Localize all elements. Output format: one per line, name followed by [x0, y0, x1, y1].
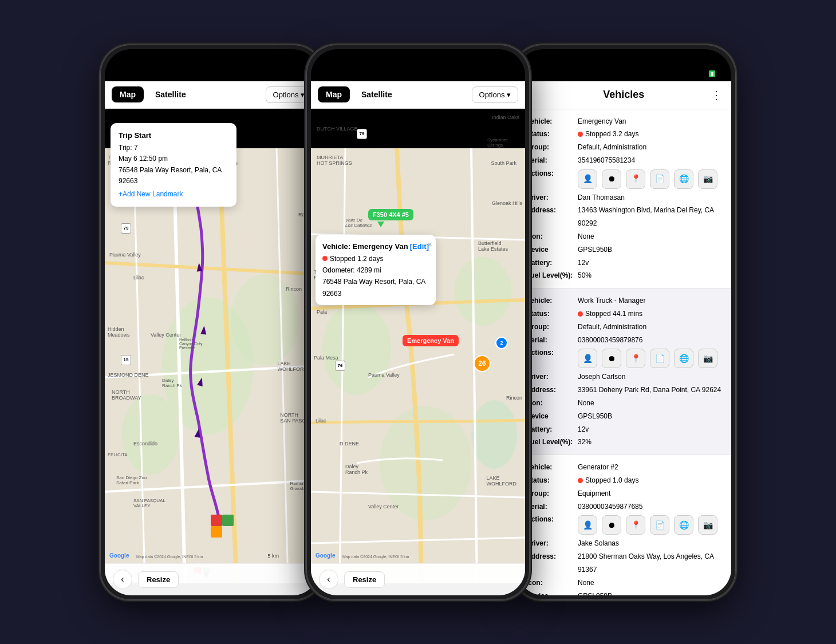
- vc-serial-label-2: Serial:: [526, 500, 578, 513]
- vehicles-list: Vehicle: Emergency Van Status: Stopped 3…: [517, 109, 731, 595]
- label-lake-wohlford-2: LAKEWOHLFORD: [487, 475, 517, 487]
- back-btn-1[interactable]: ‹: [113, 570, 132, 589]
- popup-close[interactable]: ×: [428, 238, 432, 252]
- vehicles-menu-dots[interactable]: ⋮: [711, 88, 722, 102]
- action-camera-0[interactable]: 📷: [698, 169, 717, 189]
- action-globe-2[interactable]: 🌐: [674, 515, 693, 535]
- status-text-1: Stopped 44.1 mins: [585, 307, 642, 321]
- vc-status-label-0: Status:: [526, 128, 578, 141]
- vc-address-value-1: 33961 Doheny Park Rd, Dana Point, CA 926…: [578, 384, 722, 397]
- vc-group-label-1: Group:: [526, 321, 578, 334]
- vc-icon-value-0: None: [578, 230, 722, 243]
- action-camera-1[interactable]: 📷: [698, 349, 717, 368]
- action-pin-2[interactable]: 📍: [626, 515, 645, 535]
- action-record-0[interactable]: ⏺: [602, 169, 621, 189]
- popup-edit-link[interactable]: [Edit]: [410, 240, 429, 253]
- map-tab-2[interactable]: Map: [318, 86, 350, 102]
- label-pauma-2: Pauma Valley: [368, 372, 400, 378]
- action-doc-1[interactable]: 📄: [650, 349, 669, 368]
- action-record-2[interactable]: ⏺: [602, 515, 621, 535]
- resize-btn-1[interactable]: Resize: [138, 571, 179, 588]
- trip-address: 76548 Pala Way Resort, Pala, CA 92663: [119, 165, 228, 187]
- action-person-2[interactable]: 👤: [578, 515, 597, 535]
- wifi-icon-2: ▲: [495, 70, 502, 78]
- resize-btn-2[interactable]: Resize: [344, 571, 385, 588]
- options-btn-1[interactable]: Options ▾: [266, 86, 312, 103]
- vc-vehicle-label-2: Vehicle:: [526, 461, 578, 474]
- action-record-1[interactable]: ⏺: [602, 349, 621, 368]
- vc-actions-icons-0: 👤 ⏺ 📍 📄 🌐 📷: [578, 169, 717, 189]
- vc-actions-row-1: Actions: 👤 ⏺ 📍 📄 🌐 📷: [526, 346, 722, 370]
- f350-badge[interactable]: F350 4X4 #5: [368, 209, 413, 220]
- notch-1: [178, 56, 246, 76]
- vc-group-value-1: Default, Administration: [578, 321, 722, 334]
- vc-actions-row-0: Actions: 👤 ⏺ 📍 📄 🌐 📷: [526, 167, 722, 191]
- svg-rect-16: [211, 515, 222, 526]
- label-south-park: South Park: [491, 160, 516, 166]
- vc-icon-row-2: Icon: None: [526, 576, 722, 590]
- action-globe-0[interactable]: 🌐: [674, 169, 693, 189]
- label-valley-center-2: Valley Center: [368, 504, 399, 509]
- label-rincon: Rincon: [286, 286, 302, 292]
- action-person-1[interactable]: 👤: [578, 349, 597, 368]
- vc-device-row-0: Device GPSL950B: [526, 243, 722, 256]
- vc-serial-value-0: 354196075581234: [578, 154, 722, 167]
- svg-point-20: [322, 303, 391, 394]
- popup-address: 76548 Pala Way Resort, Pala, CA 92663: [322, 276, 429, 299]
- google-logo-2: Google: [316, 552, 335, 559]
- label-dutch-village: DUTCH VILLAGE: [317, 126, 358, 132]
- vc-address-row-2: Address: 21800 Sherman Oaks Way, Los Ang…: [526, 550, 722, 576]
- vc-group-value-0: Default, Administration: [578, 141, 722, 154]
- battery-icon-1: ▮: [299, 70, 303, 78]
- satellite-tab-2[interactable]: Satellite: [353, 86, 400, 102]
- action-camera-2[interactable]: 📷: [698, 515, 717, 535]
- wifi-icon-3: ▲: [699, 70, 705, 78]
- action-doc-0[interactable]: 📄: [650, 169, 669, 189]
- cluster-26[interactable]: 26: [474, 355, 491, 372]
- action-doc-2[interactable]: 📄: [650, 515, 669, 535]
- add-landmark-link[interactable]: +Add New Landmark: [119, 189, 228, 200]
- vc-driver-row-1: Driver: Joseph Carlson: [526, 370, 722, 384]
- blue-cluster[interactable]: 2: [495, 337, 508, 349]
- signal-icon-1: [277, 70, 286, 77]
- vc-fuel-row-0: Fuel Level(%): 50%: [526, 269, 722, 282]
- emergency-van-badge[interactable]: Emergency Van: [403, 335, 459, 346]
- map-tab-1[interactable]: Map: [112, 86, 144, 102]
- vc-battery-value-1: 12v: [578, 423, 722, 436]
- highway-79: 79: [121, 223, 131, 234]
- vehicle-card-2: Vehicle: Generator #2 Status: Stopped 1.…: [517, 455, 731, 595]
- vehicle-card-1: Vehicle: Work Truck - Manager Status: St…: [517, 289, 731, 455]
- label-hidden: HiddenMeadows: [108, 326, 130, 338]
- vc-status-row-0: Status: Stopped 3.2 days: [526, 128, 722, 141]
- status-time-2: 10:00: [327, 68, 350, 78]
- action-pin-1[interactable]: 📍: [626, 349, 645, 368]
- vc-driver-value-1: Joseph Carlson: [578, 370, 722, 384]
- vc-battery-label-0: Battery:: [526, 256, 578, 270]
- status-dot-0: [578, 132, 583, 137]
- vc-fuel-value-0: 50%: [578, 269, 722, 282]
- google-logo-1: Google: [109, 552, 129, 559]
- vc-icon-value-1: None: [578, 397, 722, 410]
- vc-battery-label-1: Battery:: [526, 423, 578, 436]
- vc-fuel-label-0: Fuel Level(%):: [526, 269, 578, 282]
- satellite-tab-1[interactable]: Satellite: [147, 86, 194, 102]
- vc-group-row-1: Group: Default, Administration: [526, 321, 722, 334]
- options-btn-2[interactable]: Options ▾: [472, 86, 518, 103]
- action-globe-1[interactable]: 🌐: [674, 349, 693, 368]
- vc-actions-icons-1: 👤 ⏺ 📍 📄 🌐 📷: [578, 349, 717, 368]
- label-safari: San Diego ZooSafari Park: [116, 475, 147, 485]
- vc-serial-row-1: Serial: 03800003459879876: [526, 334, 722, 347]
- screen-1: Map Satellite Options ▾: [105, 81, 319, 595]
- scale-indicator-1: 5 km: [267, 553, 279, 559]
- phone-2: 10:00 ▲ ▮ Map Satellite: [306, 45, 530, 600]
- vc-device-value-1: GPSL950B: [578, 410, 722, 423]
- bottom-bar-2: Google Map data ©2024 Google, INEGI 5 km…: [311, 563, 525, 595]
- back-btn-2[interactable]: ‹: [319, 570, 338, 589]
- screen-2: Map Satellite Options ▾: [311, 81, 525, 595]
- label-daley-2: DaleyRanch Pk: [345, 464, 368, 475]
- back-icon-2: ‹: [327, 574, 330, 584]
- action-pin-0[interactable]: 📍: [626, 169, 645, 189]
- action-person-0[interactable]: 👤: [578, 169, 597, 189]
- vc-group-value-2: Equipment: [578, 487, 722, 500]
- highway-79-2: 79: [357, 129, 367, 139]
